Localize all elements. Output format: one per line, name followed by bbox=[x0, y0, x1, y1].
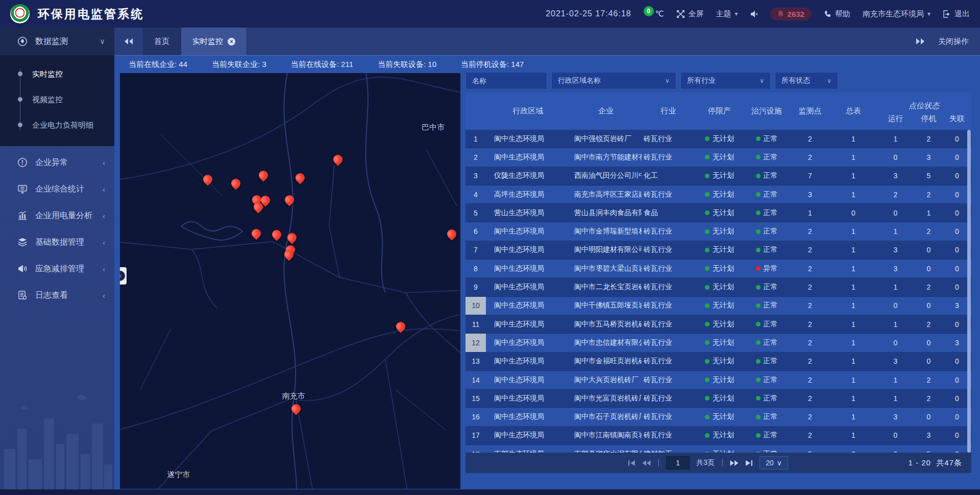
table-scrollbar[interactable] bbox=[967, 130, 971, 453]
table-row[interactable]: 12 阆中生态环境局 阆中市忠信建材有限公 砖瓦行业 无计划 正常 2 1 0 … bbox=[465, 334, 971, 352]
sidebar-item-enterprise-anomaly[interactable]: 企业异常 ‹ bbox=[0, 149, 114, 176]
map-pin[interactable] bbox=[254, 202, 263, 211]
status-dot bbox=[705, 229, 709, 234]
row-region: 阆中生态环境局 bbox=[486, 334, 570, 351]
phone-icon bbox=[824, 10, 831, 18]
sidebar-item-log-view[interactable]: 日志查看 ‹ bbox=[0, 282, 114, 309]
table-row[interactable]: 3 仪陇生态环境局 西南油气田分公司川中 化工 无计划 正常 7 1 3 5 0 bbox=[465, 167, 971, 185]
row-total-meter: 1 bbox=[830, 427, 876, 444]
map-pin[interactable] bbox=[396, 322, 405, 331]
submenu-label: 实时监控 bbox=[32, 69, 63, 79]
sidebar-item-label: 应急减排管理 bbox=[35, 264, 84, 274]
status-dot bbox=[705, 396, 709, 400]
table-row[interactable]: 5 营山生态环境局 营山县润丰肉食品有限 食品 无计划 正常 1 0 0 1 0 bbox=[465, 204, 971, 222]
table-row[interactable]: 14 阆中生态环境局 阆中大兴页岩机砖厂 砖瓦行业 无计划 正常 2 1 1 2… bbox=[465, 371, 971, 389]
double-chevron-right-icon[interactable] bbox=[916, 38, 925, 45]
table-row[interactable]: 11 阆中生态环境局 阆中市五马桥页岩机砖 砖瓦行业 无计划 正常 2 1 1 … bbox=[465, 315, 971, 334]
status-filter-select[interactable]: 所有状态 ∨ bbox=[775, 72, 838, 89]
row-monitoring-points: 2 bbox=[790, 222, 830, 240]
row-total-meter: 0 bbox=[830, 204, 876, 222]
row-stopped: 2 bbox=[915, 185, 943, 203]
row-enterprise: 阆中市五马桥页岩机砖 bbox=[570, 315, 642, 333]
temperature-unit: ℃ bbox=[655, 9, 664, 18]
map-pin[interactable] bbox=[447, 229, 456, 239]
logout-button[interactable]: 退出 bbox=[943, 9, 970, 19]
footer-strip bbox=[0, 489, 980, 495]
sidebar-item-emergency-reduction[interactable]: 应急减排管理 ‹ bbox=[0, 255, 114, 282]
submenu-label: 视频监控 bbox=[32, 95, 63, 105]
table-row[interactable]: 1 阆中生态环境局 阆中强锐页岩砖厂 砖瓦行业 无计划 正常 2 1 1 2 0 bbox=[465, 130, 971, 148]
row-production-status: 无计划 bbox=[695, 352, 744, 370]
table-row[interactable]: 13 阆中生态环境局 阆中市金福旺页岩机砖 砖瓦行业 无计划 正常 2 1 3 … bbox=[465, 352, 971, 371]
map-pin[interactable] bbox=[272, 230, 281, 239]
close-operations-button[interactable]: 关闭操作 bbox=[938, 37, 969, 46]
tab-close-icon[interactable]: × bbox=[228, 38, 235, 45]
next-page-button[interactable] bbox=[730, 460, 739, 466]
status-dot bbox=[705, 136, 709, 141]
sidebar-item-video-monitoring[interactable]: 视频监控 bbox=[0, 87, 114, 112]
sidebar-item-data-monitoring[interactable]: 数据监测 ∨ bbox=[0, 28, 114, 55]
map-pin[interactable] bbox=[285, 195, 294, 204]
row-region: 阆中生态环境局 bbox=[486, 315, 570, 333]
prev-page-button[interactable] bbox=[642, 460, 651, 466]
col-facility: 治污设施 bbox=[744, 92, 790, 130]
theme-dropdown[interactable]: 主题 ▾ bbox=[716, 9, 738, 19]
table-row[interactable]: 4 高坪生态环境局 南充市高坪区王家店建 砖瓦行业 无计划 正常 3 1 2 2… bbox=[465, 185, 971, 204]
logout-label: 退出 bbox=[954, 9, 970, 19]
table-row[interactable]: 18 南部生态环境局 南部县砌华水泥有限公 建材加工 无计划 正常 5 0 0 … bbox=[465, 445, 971, 453]
status-dot bbox=[756, 285, 761, 290]
first-page-button[interactable] bbox=[628, 460, 635, 466]
map-pin[interactable] bbox=[296, 173, 305, 182]
mute-button[interactable] bbox=[750, 10, 758, 18]
map-pin[interactable] bbox=[203, 175, 212, 184]
notification-badge[interactable]: 2632 bbox=[770, 8, 812, 20]
table-header: 行政区域 企业 行业 停限产 治污设施 监测点 总表 点位状态 运行 停机 失联 bbox=[465, 92, 971, 130]
map-canvas[interactable]: 巴中市南充市遂宁市 bbox=[120, 73, 460, 489]
row-stopped: 5 bbox=[915, 445, 943, 453]
status-dot bbox=[705, 322, 709, 326]
industry-filter-select[interactable]: 所有行业 ∨ bbox=[680, 72, 771, 89]
table-row[interactable]: 10 阆中生态环境局 阆中千佛镇五郎垭页岩 砖瓦行业 无计划 正常 2 1 0 … bbox=[465, 297, 971, 315]
map-pin[interactable] bbox=[284, 250, 293, 259]
sidebar-item-composite-stats[interactable]: 企业综合统计 ‹ bbox=[0, 176, 114, 202]
power-analysis-icon bbox=[17, 210, 28, 221]
sidebar-item-realtime-monitoring[interactable]: 实时监控 bbox=[0, 61, 114, 87]
table-row[interactable]: 16 阆中生态环境局 阆中市石子页岩机砖厂 砖瓦行业 无计划 正常 2 1 3 … bbox=[465, 408, 971, 426]
map-pin[interactable] bbox=[231, 179, 240, 188]
map-pin[interactable] bbox=[287, 233, 297, 243]
name-filter-input[interactable] bbox=[465, 72, 547, 89]
table-row[interactable]: 9 阆中生态环境局 阆中市二龙长宝页岩砖 砖瓦行业 无计划 正常 2 1 1 2… bbox=[465, 278, 971, 296]
map-pin[interactable] bbox=[259, 171, 268, 180]
sidebar-item-base-data[interactable]: 基础数据管理 ‹ bbox=[0, 229, 114, 255]
fullscreen-button[interactable]: 全屏 bbox=[676, 9, 704, 19]
region-filter-value: 行政区域名称 bbox=[558, 76, 601, 85]
scroll-tabs-left-button[interactable] bbox=[114, 28, 143, 55]
sidebar-item-power-usage-analysis[interactable]: 企业用电量分析 ‹ bbox=[0, 202, 114, 229]
region-filter-select[interactable]: 行政区域名称 ∨ bbox=[551, 72, 676, 89]
table-row[interactable]: 7 阆中生态环境局 阆中明阳建材有限公司 砖瓦行业 无计划 正常 2 1 3 0… bbox=[465, 241, 971, 260]
table-row[interactable]: 2 阆中生态环境局 阆中市南方节能建材有 砖瓦行业 无计划 正常 2 1 0 3… bbox=[465, 148, 971, 167]
map-pin[interactable] bbox=[291, 404, 301, 413]
tab-bar: 首页 实时监控 × 关闭操作 bbox=[114, 28, 980, 55]
map-pin[interactable] bbox=[252, 229, 261, 238]
tab-realtime-monitoring[interactable]: 实时监控 × bbox=[181, 28, 247, 55]
tab-home[interactable]: 首页 bbox=[143, 28, 181, 55]
table-row[interactable]: 6 阆中生态环境局 阆中市金博瑞新型墙材 砖瓦行业 无计划 正常 2 1 1 2… bbox=[465, 222, 971, 241]
row-industry: 砖瓦行业 bbox=[642, 241, 695, 259]
row-total-meter: 0 bbox=[830, 445, 876, 453]
map-pin[interactable] bbox=[333, 155, 342, 164]
last-page-button[interactable] bbox=[745, 460, 753, 466]
map-collapse-button[interactable]: ‹ bbox=[120, 267, 127, 285]
map-roads bbox=[120, 73, 460, 489]
page-size-select[interactable]: 20 ∨ bbox=[760, 456, 788, 469]
tab-label: 首页 bbox=[154, 37, 169, 46]
sidebar-item-power-load-detail[interactable]: 企业电力负荷明细 bbox=[0, 112, 114, 138]
map-panel[interactable]: 巴中市南充市遂宁市 ‹ bbox=[120, 73, 460, 489]
page-number-input[interactable] bbox=[666, 456, 690, 469]
org-dropdown[interactable]: 南充市生态环境局 ▾ bbox=[863, 9, 930, 19]
table-row[interactable]: 8 阆中生态环境局 阆中市枣碧大梁山页岩 砖瓦行业 无计划 异常 2 1 3 0… bbox=[465, 260, 971, 278]
table-row[interactable]: 17 阆中生态环境局 阆中市江南镇阆南页岩 砖瓦行业 无计划 正常 2 1 0 … bbox=[465, 427, 971, 445]
row-monitoring-points: 2 bbox=[790, 148, 830, 166]
help-button[interactable]: 帮助 bbox=[824, 9, 850, 19]
table-row[interactable]: 15 阆中生态环境局 阆中市光富页岩机砖厂 砖瓦行业 无计划 正常 2 1 1 … bbox=[465, 389, 971, 408]
